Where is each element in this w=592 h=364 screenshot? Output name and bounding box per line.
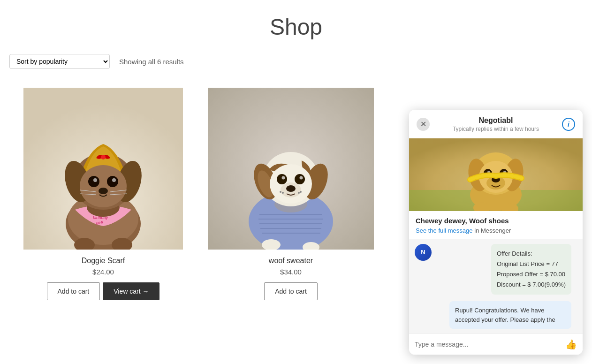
chat-subtitle: Typically replies within a few hours	[430, 126, 562, 132]
svg-point-43	[295, 174, 305, 184]
offer-bubble: Offer Details: Original List Price = 77 …	[491, 244, 571, 295]
svg-text:girl!: girl!	[96, 220, 103, 225]
chat-close-button[interactable]: ✕	[417, 118, 430, 131]
offer-line2: Original List Price = 77	[497, 259, 566, 269]
svg-point-42	[277, 174, 287, 184]
svg-point-50	[282, 192, 284, 194]
product-name-woof-sweater: woof sweater	[206, 257, 375, 265]
view-cart-button-doggie-scarf[interactable]: View cart →	[103, 282, 159, 300]
svg-point-12	[88, 176, 99, 187]
chat-product-name: Chewey dewey, Woof shoes	[416, 217, 576, 225]
product-name-doggie-scarf: Doggie Scarf	[19, 257, 188, 265]
svg-point-11	[80, 165, 127, 207]
chat-info-button[interactable]: i	[562, 118, 575, 131]
product-card-woof-sweater: woof sweater $34.00 Add to cart	[197, 83, 385, 310]
reply-row: Rupul! Congratulations. We have accepted…	[409, 299, 583, 314]
shop-toolbar: Sort by popularity Sort by latest Sort b…	[0, 49, 592, 78]
offer-line3: Proposed Offer = $ 70.00	[497, 269, 566, 280]
svg-point-16	[99, 188, 108, 194]
svg-point-15	[112, 178, 116, 182]
chat-avatar: N	[415, 244, 432, 261]
chat-widget: ✕ Negotiabl Typically replies within a f…	[409, 110, 583, 314]
svg-point-49	[280, 191, 281, 193]
svg-point-13	[107, 176, 118, 187]
chat-product-header: Chewey dewey, Woof shoes See the full me…	[409, 211, 583, 239]
reply-bubble: Rupul! Congratulations. We have accepted…	[449, 301, 571, 314]
product-image-doggie-scarf[interactable]: birthday girl!	[19, 88, 188, 250]
sort-select[interactable]: Sort by popularity Sort by latest Sort b…	[9, 54, 110, 69]
svg-point-52	[298, 192, 300, 194]
chat-product-image	[409, 138, 583, 211]
add-to-cart-button-woof-sweater[interactable]: Add to cart	[264, 282, 318, 300]
product-actions-doggie-scarf: Add to cart View cart →	[19, 282, 188, 300]
product-price-doggie-scarf: $24.00	[19, 268, 188, 276]
in-messenger-text2: in Messenger	[474, 227, 511, 234]
offer-line1: Offer Details:	[497, 249, 566, 259]
svg-point-51	[300, 191, 302, 193]
svg-point-14	[93, 178, 97, 182]
svg-point-44	[282, 176, 285, 180]
chat-messenger-link: See the full message in Messenger	[416, 227, 576, 234]
product-card-doggie-scarf: birthday girl!	[9, 83, 197, 310]
add-to-cart-button-doggie-scarf[interactable]: Add to cart	[47, 282, 100, 300]
product-price-woof-sweater: $34.00	[206, 268, 375, 276]
page-title: Shop	[0, 0, 592, 49]
product-actions-woof-sweater: Add to cart	[206, 282, 375, 300]
results-count: Showing all 6 results	[119, 58, 184, 66]
chat-header: ✕ Negotiabl Typically replies within a f…	[409, 110, 583, 138]
product-image-woof-sweater[interactable]	[206, 88, 375, 250]
chat-title: Negotiabl	[430, 116, 562, 125]
chat-avatar-row: N Offer Details: Original List Price = 7…	[409, 239, 583, 299]
chat-body: Chewey dewey, Woof shoes See the full me…	[409, 211, 583, 314]
offer-line4: Discount = $ 7.00(9.09%)	[497, 280, 566, 290]
see-full-message-link[interactable]: See the full message	[416, 227, 472, 234]
svg-point-45	[300, 176, 303, 180]
info-icon: i	[568, 121, 569, 128]
svg-point-48	[286, 185, 296, 192]
chat-header-center: Negotiabl Typically replies within a few…	[430, 116, 562, 132]
svg-point-17	[101, 155, 106, 159]
